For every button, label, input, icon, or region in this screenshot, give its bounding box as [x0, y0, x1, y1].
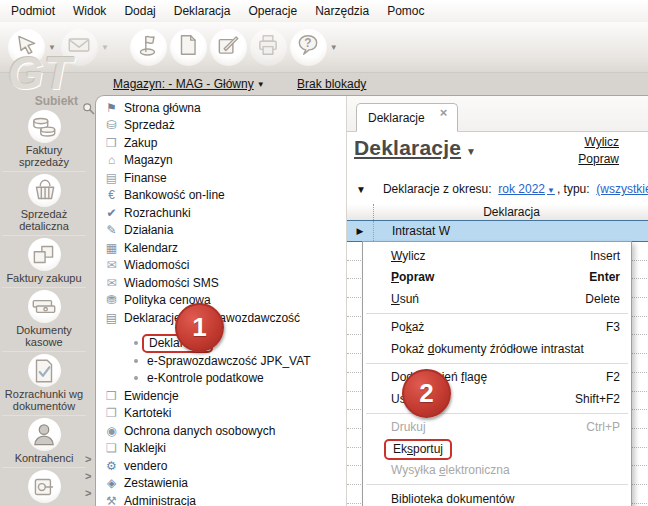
new-document-icon [175, 32, 201, 62]
sidebar-item-label: Faktury sprzedaży [2, 144, 86, 168]
admin-icon: ⚒ [103, 494, 120, 506]
lock-status-link[interactable]: Brak blokady [297, 77, 366, 91]
edit-button[interactable] [210, 29, 247, 66]
tree-item-label: Kalendarz [124, 241, 178, 255]
sidebar-item-towary-i-us-ugi[interactable]: Towary i usługi [2, 467, 86, 506]
context-menu-item-wylicz[interactable]: WyliczInsert [363, 245, 631, 267]
type-link[interactable]: (wszystkie [596, 182, 648, 196]
tree-item-dzia-ania[interactable]: ✎Działania [96, 222, 345, 240]
tree-item-label: Zakup [124, 136, 157, 150]
bullet-icon [134, 376, 138, 380]
table-row-selected[interactable]: ▶ Intrastat W [347, 220, 648, 242]
context-menu-item-popraw[interactable]: PoprawEnter [363, 267, 631, 289]
sidebar-item-label: Dokumenty kasowe [2, 324, 86, 348]
menu-item-narz-dzia[interactable]: Narzędzia [306, 1, 378, 21]
actions-icon: ✎ [103, 223, 120, 237]
chevron-down-icon[interactable]: ▼ [466, 146, 476, 157]
tab-deklaracje[interactable]: Deklaracje × [356, 103, 458, 132]
print-button [250, 29, 287, 66]
chevron-down-icon: ▼ [257, 80, 265, 89]
tree-item-ochrona-danych-osobowych[interactable]: ◉Ochrona danych osobowych [96, 422, 345, 440]
action-link-wylicz[interactable]: Wylicz [578, 134, 619, 151]
column-header[interactable]: Deklaracja [374, 205, 648, 219]
menu-item-widok[interactable]: Widok [64, 1, 115, 21]
cash-documents-icon [28, 290, 61, 323]
tree-item-wiadomo-ci-sms[interactable]: ✉Wiadomości SMS [96, 274, 345, 292]
tree-item-strona-g-wna[interactable]: ⚑Strona główna [96, 99, 345, 117]
pin-icon[interactable] [82, 102, 96, 120]
tree-item-ewidencje[interactable]: ❒Ewidencje [96, 387, 345, 405]
menu-item-label: Usuń [391, 292, 575, 306]
tree-item-zakup[interactable]: ❒Zakup [96, 134, 345, 152]
context-menu-item-poka-dokumenty-r-d-owe-intrastat[interactable]: Pokaż dokumenty źródłowe intrastat [363, 338, 631, 360]
tree-item-polityka-cenowa[interactable]: ⛃Polityka cenowa [96, 292, 345, 310]
context-menu-item-poka[interactable]: PokażF3 [363, 317, 631, 339]
chevron-right-icon: > [85, 468, 91, 485]
tree-item-label: Bankowość on-line [124, 188, 225, 202]
callout-badge-1: 1 [175, 303, 224, 352]
menu-item-deklaracja[interactable]: Deklaracja [165, 1, 240, 21]
sidebar-item-faktury-sprzeda-y[interactable]: Faktury sprzedaży [2, 108, 86, 171]
context-menu-item-biblioteka-dokument-w[interactable]: Biblioteka dokumentów [363, 488, 631, 506]
pricing-icon: ⛃ [103, 293, 120, 307]
tree-item-label: Magazyn [124, 153, 173, 167]
tree-item-label: e-Kontrole podatkowe [147, 371, 264, 385]
tree-item-label: e-Sprawozdawczość JPK_VAT [147, 354, 311, 368]
flag-button[interactable] [130, 29, 167, 66]
filter-collapse-icon[interactable]: ▼ [356, 184, 366, 195]
sidebar-item-kontrahenci[interactable]: Kontrahenci [2, 415, 86, 467]
tree-item-e-sprawozdawczo-jpk-vat[interactable]: e-Sprawozdawczość JPK_VAT [96, 352, 345, 370]
menu-item-podmiot[interactable]: Podmiot [2, 1, 64, 21]
sidebar-item-faktury-zakupu[interactable]: Faktury zakupu [2, 235, 86, 287]
menu-item-shortcut: Ctrl+P [586, 420, 620, 434]
tree-item-naklejki[interactable]: ❏Naklejki [96, 440, 345, 458]
sidebar-item-label: Rozrachunki wg dokumentów [2, 388, 86, 412]
status-bar: Magazyn: - MAG - Główny▼ Brak blokady [100, 77, 640, 93]
context-menu-item-wysy-ka-elektroniczna: Wysyłka elektroniczna [363, 460, 631, 482]
tree-item-e-kontrole-podatkowe[interactable]: e-Kontrole podatkowe [96, 370, 345, 388]
tree-item-magazyn[interactable]: ⌂Magazyn [96, 152, 345, 170]
menu-item-operacje[interactable]: Operacje [239, 1, 306, 21]
page-title[interactable]: Deklaracje [354, 136, 461, 160]
tree-item-zestawienia[interactable]: ◈Zestawienia [96, 475, 345, 493]
tree-item-administracja[interactable]: ⚒Administracja [96, 492, 345, 506]
settlements-docs-icon [28, 354, 61, 387]
filter-prefix-label: Deklaracje z okresu: [383, 182, 492, 196]
contractors-icon [28, 418, 61, 451]
splitter-chevrons[interactable]: >>> [85, 451, 91, 502]
new-document-button[interactable] [170, 29, 207, 66]
chevron-right-icon: > [85, 485, 91, 502]
tree-item-label: Wiadomości [124, 258, 189, 272]
purchase-icon: ❒ [103, 136, 120, 150]
tree-item-wiadomo-ci[interactable]: ✉Wiadomości [96, 257, 345, 275]
tree-item-rozrachunki[interactable]: ✔Rozrachunki [96, 204, 345, 222]
menu-item-dodaj[interactable]: Dodaj [115, 1, 164, 21]
menu-item-shortcut: Delete [585, 292, 620, 306]
help-button[interactable]: ? [290, 29, 327, 66]
sidebar-item-dokumenty-kasowe[interactable]: Dokumenty kasowe [2, 287, 86, 351]
table-header[interactable]: Deklaracja [347, 204, 648, 220]
sidebar-item-sprzeda-detaliczna[interactable]: Sprzedaż detaliczna [2, 171, 86, 235]
bullet-icon [134, 341, 138, 345]
tree-item-sprzeda[interactable]: ⛁Sprzedaż [96, 117, 345, 135]
tree-item-finanse[interactable]: ▤Finanse [96, 169, 345, 187]
tree-item-kartoteki[interactable]: ❐Kartoteki [96, 405, 345, 423]
edit-icon [215, 32, 241, 62]
action-link-popraw[interactable]: Popraw [578, 151, 619, 168]
context-menu-item-usu[interactable]: UsuńDelete [363, 288, 631, 310]
context-menu-item-drukuj: DrukujCtrl+P [363, 417, 631, 439]
tree-item-vendero[interactable]: ⚙vendero [96, 457, 345, 475]
dropdown-arrow-icon[interactable]: ▼ [330, 43, 338, 52]
close-icon[interactable]: × [440, 105, 448, 120]
context-menu-item-eksportuj[interactable]: Eksportuj [363, 438, 631, 460]
row-indicator-cell: ▶ [347, 221, 374, 241]
tree-item-kalendarz[interactable]: ▦Kalendarz [96, 239, 345, 257]
sidebar-item-rozrachunki-wg-dokument-w[interactable]: Rozrachunki wg dokumentów [2, 351, 86, 415]
menu-item-label: Eksportuj [391, 442, 620, 456]
tree-item-bankowo-on-line[interactable]: €Bankowość on-line [96, 187, 345, 205]
warehouse-selector[interactable]: Magazyn: - MAG - Główny▼ [113, 77, 265, 91]
period-link[interactable]: rok 2022▼ [498, 182, 557, 196]
declaration-cell[interactable]: Intrastat W [374, 224, 450, 238]
retail-sales-icon [28, 174, 61, 207]
menu-item-pomoc[interactable]: Pomoc [378, 1, 433, 21]
